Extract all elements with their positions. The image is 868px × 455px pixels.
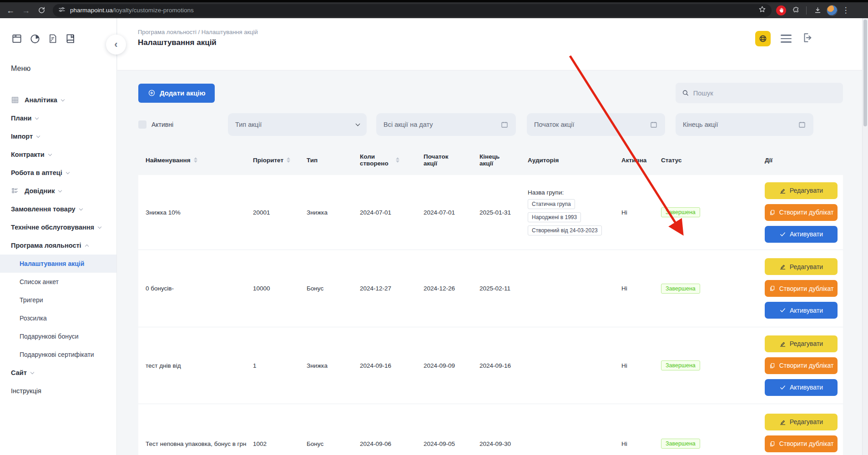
sort-icon[interactable] (194, 157, 197, 163)
sidebar-item-triggers[interactable]: Тригери (0, 291, 116, 309)
extensions-puzzle-icon[interactable] (789, 4, 802, 17)
cell-created: 2024-12-27 (360, 285, 424, 292)
sidebar-item-gift-bonuses[interactable]: Подарункові бонуси (0, 327, 116, 345)
sidebar-item-goods-order[interactable]: Замовлення товару (0, 200, 116, 218)
audience-tag: Створений від 24-03-2023 (528, 225, 602, 235)
pencil-icon (779, 340, 786, 347)
chevron-down-icon (48, 152, 52, 155)
sidebar-item-import[interactable]: Імпорт (0, 127, 116, 145)
book-icon[interactable] (65, 33, 76, 45)
calendar-icon (798, 120, 806, 129)
search-box[interactable] (676, 83, 843, 103)
column-header-status: Статус (661, 153, 765, 167)
promotion-end-picker[interactable]: Кінець акції (676, 113, 813, 136)
sidebar-item-questionnaires[interactable]: Список анкет (0, 273, 116, 291)
page-title: Налаштування акцій (138, 38, 217, 47)
column-header-priority[interactable]: Пріоритет (253, 153, 307, 167)
search-input[interactable] (693, 90, 837, 97)
activate-button[interactable]: Активувати (765, 226, 838, 243)
cell-name: 0 бонусів- (146, 285, 253, 292)
cell-created: 2024-09-16 (360, 362, 424, 369)
site-settings-icon[interactable] (58, 6, 66, 15)
edit-button[interactable]: Редагувати (765, 182, 838, 199)
promotion-type-select[interactable]: Тип акції (228, 113, 367, 136)
column-header-end: Кінець акції (479, 153, 528, 167)
column-header-start: Початок акції (424, 153, 479, 167)
sidebar-item-directory[interactable]: Довідник (0, 182, 116, 200)
edit-button[interactable]: Редагувати (765, 414, 838, 430)
sidebar-item-gift-certificates[interactable]: Подарункові сертифікати (0, 345, 116, 364)
cell-priority: 1 (253, 362, 307, 369)
sidebar-item-contracts[interactable]: Контракти (0, 145, 116, 164)
sidebar-item-instruction[interactable]: Інструкція (0, 382, 116, 400)
column-header-created[interactable]: Коли створено (360, 153, 424, 167)
menu-heading: Меню (11, 65, 116, 73)
language-globe-button[interactable] (755, 31, 771, 46)
page-scrollbar[interactable] (862, 18, 868, 455)
profile-avatar[interactable] (827, 5, 838, 16)
sidebar-item-pharmacy-work[interactable]: Робота в аптеці (0, 164, 116, 182)
column-header-name[interactable]: Найменування (146, 153, 253, 167)
cell-name: тест днів від (146, 362, 253, 369)
duplicate-button[interactable]: Створити дублікат (765, 204, 838, 221)
duplicate-button[interactable]: Створити дублікат (765, 280, 838, 297)
sort-icon[interactable] (396, 157, 399, 163)
duplicate-button[interactable]: Створити дублікат (765, 357, 838, 374)
browser-menu-icon[interactable]: ⋮ (840, 4, 851, 17)
hamburger-menu-icon[interactable] (781, 35, 792, 43)
sort-icon[interactable] (287, 157, 290, 163)
cell-type: Знижка (307, 209, 360, 216)
downloads-icon[interactable] (811, 4, 824, 17)
sidebar-item-analytics[interactable]: Аналітика (0, 91, 116, 109)
logout-icon[interactable] (802, 32, 813, 45)
sidebar-item-loyalty-program[interactable]: Програма лояльності (0, 236, 116, 255)
column-header-audience: Аудиторія (528, 153, 621, 167)
duplicate-button[interactable]: Створити дублікат (765, 435, 838, 452)
chevron-down-icon (58, 188, 62, 192)
add-promotion-button[interactable]: Додати акцію (138, 84, 215, 103)
audience-group-label: Назва групи: (528, 189, 564, 196)
promotion-start-picker[interactable]: Початок акції (527, 113, 665, 136)
cell-type: Бонус (307, 440, 360, 447)
cell-end: 2024-09-16 (479, 362, 528, 369)
status-badge: Завершена (661, 207, 700, 217)
pie-chart-icon[interactable] (29, 33, 41, 45)
cell-created: 2024-09-06 (360, 440, 424, 447)
cell-priority: 10000 (253, 285, 307, 292)
sidebar-item-site[interactable]: Сайт (0, 364, 116, 382)
edit-button[interactable]: Редагувати (765, 335, 838, 352)
check-icon (779, 384, 786, 391)
sidebar-item-mailing[interactable]: Розсилка (0, 309, 116, 327)
copy-icon (769, 440, 776, 447)
reload-icon[interactable] (34, 3, 49, 18)
sidebar-item-maintenance[interactable]: Технічне обслуговування (0, 218, 116, 236)
check-icon (779, 231, 786, 238)
scrollbar-thumb[interactable] (863, 20, 867, 126)
column-header-type: Тип (307, 153, 360, 167)
adblock-extension-icon[interactable] (776, 5, 786, 15)
sidebar-item-customize-promotions[interactable]: Налаштування акцій (0, 255, 116, 273)
document-icon[interactable] (47, 33, 58, 45)
table-header-row: Найменування Пріоритет Тип Коли створено… (138, 147, 843, 175)
main-area: Програма лояльності / Налаштування акцій… (117, 18, 868, 455)
all-promotions-on-date-picker[interactable]: Всі акції на дату (376, 113, 516, 136)
sidebar-item-plans[interactable]: Плани (0, 109, 116, 127)
register-icon[interactable] (11, 33, 23, 45)
table-row: тест днів від 1 Знижка 2024-09-16 2024-0… (138, 327, 843, 404)
back-icon[interactable]: ← (3, 3, 18, 18)
edit-button[interactable]: Редагувати (765, 258, 838, 275)
activate-button[interactable]: Активувати (765, 302, 838, 319)
active-checkbox[interactable] (138, 120, 146, 129)
address-bar[interactable]: pharmapoint.ua/loyalty/customize-promoti… (53, 4, 772, 17)
sidebar-collapse-button[interactable]: ‹ (106, 35, 126, 55)
pencil-icon (779, 187, 786, 194)
sidebar: Меню Аналітика Плани Імпорт Контракти Ро… (0, 18, 117, 455)
cell-status: Завершена (661, 207, 765, 217)
cell-actions: Редагувати Створити дублікат Активувати (765, 258, 844, 319)
content: Додати акцію Активні Тип акції Всі акції… (117, 71, 868, 455)
bookmark-star-icon[interactable] (758, 5, 766, 15)
forward-icon[interactable]: → (18, 3, 34, 18)
page-url: pharmapoint.ua/loyalty/customize-promoti… (70, 7, 194, 14)
activate-button[interactable]: Активувати (765, 379, 838, 396)
audience-tag: Статична група (528, 199, 575, 209)
